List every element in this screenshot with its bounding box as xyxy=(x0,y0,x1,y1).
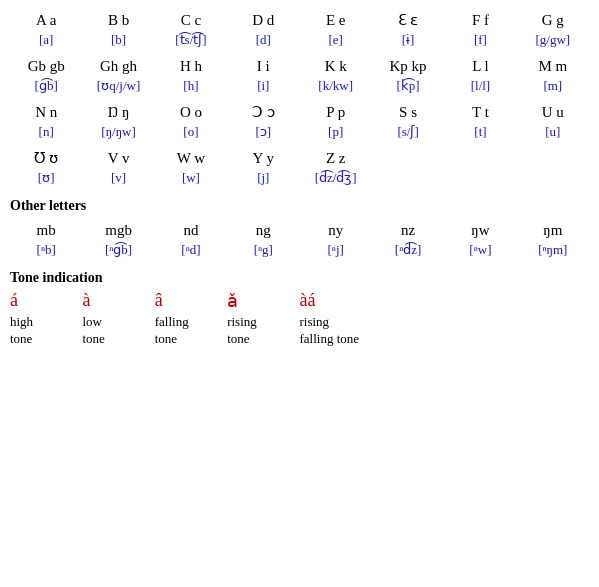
cell-ipa: [ɨ] xyxy=(402,31,415,49)
alphabet-cell: U u[u] xyxy=(517,100,589,146)
cell-letter: V v xyxy=(108,148,130,169)
other-ipa: [ⁿw] xyxy=(469,241,491,259)
cell-ipa: [u] xyxy=(545,123,560,141)
cell-letter: Y y xyxy=(253,148,275,169)
alphabet-cell xyxy=(444,146,516,192)
alphabet-cell: E e[e] xyxy=(300,8,372,54)
other-letter: ny xyxy=(328,220,343,241)
other-letter-cell: ng[ⁿg] xyxy=(227,218,299,264)
tone-symbol-cell: ǎ xyxy=(227,290,299,312)
cell-ipa: [f] xyxy=(474,31,487,49)
other-letter: ŋm xyxy=(543,220,562,241)
cell-letter: P p xyxy=(326,102,345,123)
cell-ipa: [ɔ] xyxy=(255,123,271,141)
cell-letter: F f xyxy=(472,10,489,31)
alphabet-cell: H h[h] xyxy=(155,54,227,100)
alphabet-cell: I i[i] xyxy=(227,54,299,100)
cell-ipa: [v] xyxy=(111,169,126,187)
alphabet-cell xyxy=(372,146,444,192)
alphabet-grid: A a[a]B b[b]C c[t͡s/t͡ʃ]D d[d]E e[e]Ɛ ɛ[… xyxy=(10,8,589,192)
cell-ipa: [w] xyxy=(182,169,200,187)
alphabet-cell: F f[f] xyxy=(444,8,516,54)
alphabet-cell: G g[g/gw] xyxy=(517,8,589,54)
other-letters-section: Other letters mb[ⁿb]mgb[ⁿg͡b]nd[ⁿd]ng[ⁿg… xyxy=(10,198,589,264)
cell-letter: C c xyxy=(181,10,201,31)
alphabet-cell xyxy=(517,146,589,192)
cell-ipa: [t] xyxy=(474,123,486,141)
cell-letter: T t xyxy=(472,102,489,123)
other-letter-cell: ŋw[ⁿw] xyxy=(444,218,516,264)
tone-symbol-cell: â xyxy=(155,290,227,312)
cell-ipa: [g/gw] xyxy=(535,31,570,49)
cell-ipa: [t͡s/t͡ʃ] xyxy=(175,31,206,49)
cell-ipa: [ʊ] xyxy=(38,169,55,187)
cell-letter: Ɔ ɔ xyxy=(252,102,275,123)
cell-letter: S s xyxy=(399,102,417,123)
other-ipa: [ⁿŋm] xyxy=(538,241,567,259)
other-letter: ng xyxy=(256,220,271,241)
tone-symbol-cell: á xyxy=(10,290,82,312)
cell-letter: K k xyxy=(325,56,347,77)
cell-letter: Z z xyxy=(326,148,346,169)
alphabet-cell: N n[n] xyxy=(10,100,82,146)
alphabet-cell: T t[t] xyxy=(444,100,516,146)
alphabet-cell: S s[s/ʃ] xyxy=(372,100,444,146)
cell-ipa: [k/kw] xyxy=(318,77,353,95)
alphabet-cell: K k[k/kw] xyxy=(300,54,372,100)
alphabet-cell: Ŋ ŋ[ŋ/ŋw] xyxy=(82,100,154,146)
cell-ipa: [m] xyxy=(543,77,562,95)
other-letter-cell: nd[ⁿd] xyxy=(155,218,227,264)
cell-ipa: [d͡z/d͡ʒ] xyxy=(315,169,357,187)
cell-ipa: [ŋ/ŋw] xyxy=(101,123,136,141)
alphabet-cell: P p[p] xyxy=(300,100,372,146)
cell-ipa: [n] xyxy=(39,123,54,141)
alphabet-cell: B b[b] xyxy=(82,8,154,54)
alphabet-cell: C c[t͡s/t͡ʃ] xyxy=(155,8,227,54)
tone-label-cell: risingtone xyxy=(227,314,299,348)
cell-ipa: [b] xyxy=(111,31,126,49)
tone-section: Tone indication áàâǎàá hightonelowtonefa… xyxy=(10,270,589,348)
cell-letter: G g xyxy=(542,10,564,31)
tone-symbol-cell: à xyxy=(82,290,154,312)
other-letter-cell: mb[ⁿb] xyxy=(10,218,82,264)
cell-letter: Ʊ ʊ xyxy=(34,148,58,169)
alphabet-cell: W w[w] xyxy=(155,146,227,192)
other-letter: ŋw xyxy=(471,220,489,241)
cell-letter: M m xyxy=(538,56,567,77)
cell-letter: N n xyxy=(35,102,57,123)
other-letter-cell: ny[ⁿj] xyxy=(300,218,372,264)
cell-ipa: [ʊq/j/w] xyxy=(97,77,140,95)
alphabet-cell: O o[o] xyxy=(155,100,227,146)
cell-letter: B b xyxy=(108,10,129,31)
cell-ipa: [j] xyxy=(257,169,269,187)
tone-symbol-cell xyxy=(372,290,444,312)
alphabet-cell: D d[d] xyxy=(227,8,299,54)
alphabet-cell: Ʊ ʊ[ʊ] xyxy=(10,146,82,192)
alphabet-cell: Gb gb[g͡b] xyxy=(10,54,82,100)
tone-symbol-cell: àá xyxy=(300,290,372,312)
cell-ipa: [s/ʃ] xyxy=(397,123,418,141)
cell-ipa: [g͡b] xyxy=(35,77,58,95)
cell-letter: Ɛ ɛ xyxy=(398,10,419,31)
cell-letter: I i xyxy=(257,56,270,77)
cell-ipa: [l/l] xyxy=(471,77,491,95)
alphabet-cell: M m[m] xyxy=(517,54,589,100)
tone-label-cell: risingfalling tone xyxy=(300,314,372,348)
other-ipa: [ⁿg] xyxy=(254,241,273,259)
cell-letter: A a xyxy=(36,10,56,31)
other-letter: nz xyxy=(401,220,415,241)
cell-letter: D d xyxy=(252,10,274,31)
alphabet-cell: V v[v] xyxy=(82,146,154,192)
cell-ipa: [k͡p] xyxy=(396,77,419,95)
alphabet-cell: Kp kp[k͡p] xyxy=(372,54,444,100)
tone-label-cell: hightone xyxy=(10,314,82,348)
cell-ipa: [a] xyxy=(39,31,53,49)
cell-letter: O o xyxy=(180,102,202,123)
alphabet-cell: A a[a] xyxy=(10,8,82,54)
cell-ipa: [o] xyxy=(183,123,198,141)
cell-letter: Kp kp xyxy=(390,56,427,77)
cell-letter: U u xyxy=(542,102,564,123)
other-letter: mgb xyxy=(105,220,132,241)
cell-letter: Gh gh xyxy=(100,56,137,77)
cell-letter: Ŋ ŋ xyxy=(108,102,130,123)
